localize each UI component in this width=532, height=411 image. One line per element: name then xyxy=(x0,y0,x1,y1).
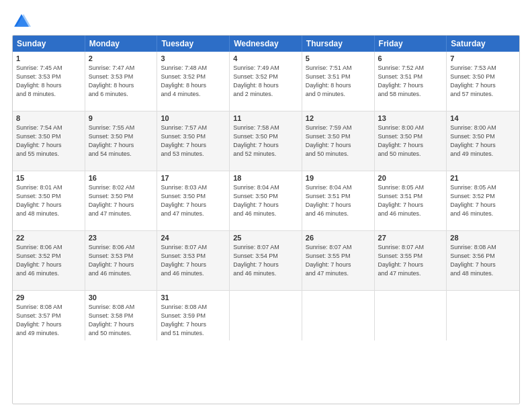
calendar-cell: 5Sunrise: 7:51 AMSunset: 3:51 PMDaylight… xyxy=(302,52,375,111)
day-info: Sunrise: 8:00 AMSunset: 3:50 PMDaylight:… xyxy=(450,124,516,158)
calendar-cell: 22Sunrise: 8:06 AMSunset: 3:52 PMDayligh… xyxy=(13,231,85,290)
day-info: Sunrise: 7:58 AMSunset: 3:50 PMDaylight:… xyxy=(233,124,298,158)
day-number: 9 xyxy=(89,114,154,122)
day-info: Sunrise: 7:52 AMSunset: 3:51 PMDaylight:… xyxy=(378,64,443,99)
day-number: 21 xyxy=(450,174,516,182)
calendar-cell: 2Sunrise: 7:47 AMSunset: 3:53 PMDaylight… xyxy=(85,52,158,111)
day-number: 24 xyxy=(161,234,226,242)
calendar-cell: 25Sunrise: 8:07 AMSunset: 3:54 PMDayligh… xyxy=(230,231,302,290)
day-number: 1 xyxy=(16,54,81,62)
day-info: Sunrise: 8:08 AMSunset: 3:59 PMDaylight:… xyxy=(161,303,226,338)
calendar-week-5: 29Sunrise: 8:08 AMSunset: 3:57 PMDayligh… xyxy=(13,291,519,340)
calendar-cell: 12Sunrise: 7:59 AMSunset: 3:50 PMDayligh… xyxy=(302,111,375,171)
day-info: Sunrise: 8:04 AMSunset: 3:51 PMDaylight:… xyxy=(306,183,371,218)
day-number: 27 xyxy=(378,234,443,242)
day-info: Sunrise: 8:08 AMSunset: 3:57 PMDaylight:… xyxy=(16,303,81,338)
day-number: 15 xyxy=(16,174,81,182)
calendar-cell: 9Sunrise: 7:55 AMSunset: 3:50 PMDaylight… xyxy=(85,111,158,171)
day-number: 16 xyxy=(89,174,154,182)
calendar-cell: 19Sunrise: 8:04 AMSunset: 3:51 PMDayligh… xyxy=(302,171,375,230)
calendar-cell: 14Sunrise: 8:00 AMSunset: 3:50 PMDayligh… xyxy=(447,111,519,171)
day-info: Sunrise: 7:54 AMSunset: 3:50 PMDaylight:… xyxy=(16,124,81,158)
header-day-thursday: Thursday xyxy=(302,36,375,52)
header xyxy=(12,12,520,31)
day-info: Sunrise: 8:00 AMSunset: 3:50 PMDaylight:… xyxy=(378,124,443,158)
day-info: Sunrise: 8:03 AMSunset: 3:50 PMDaylight:… xyxy=(161,183,226,218)
calendar-cell: 29Sunrise: 8:08 AMSunset: 3:57 PMDayligh… xyxy=(13,291,85,340)
calendar-cell: 13Sunrise: 8:00 AMSunset: 3:50 PMDayligh… xyxy=(375,111,447,171)
day-number: 29 xyxy=(16,293,81,302)
day-number: 11 xyxy=(233,114,298,122)
day-number: 30 xyxy=(89,293,154,302)
calendar-header: SundayMondayTuesdayWednesdayThursdayFrid… xyxy=(13,36,519,52)
calendar-cell: 15Sunrise: 8:01 AMSunset: 3:50 PMDayligh… xyxy=(13,171,85,230)
calendar-cell: 6Sunrise: 7:52 AMSunset: 3:51 PMDaylight… xyxy=(375,52,447,111)
calendar-week-1: 1Sunrise: 7:45 AMSunset: 3:53 PMDaylight… xyxy=(13,52,519,111)
logo xyxy=(12,12,34,31)
day-info: Sunrise: 8:01 AMSunset: 3:50 PMDaylight:… xyxy=(16,183,81,218)
day-number: 23 xyxy=(89,234,154,242)
header-day-saturday: Saturday xyxy=(447,36,519,52)
calendar-cell: 31Sunrise: 8:08 AMSunset: 3:59 PMDayligh… xyxy=(157,291,230,340)
day-info: Sunrise: 8:04 AMSunset: 3:50 PMDaylight:… xyxy=(233,183,298,218)
calendar-week-3: 15Sunrise: 8:01 AMSunset: 3:50 PMDayligh… xyxy=(13,171,519,231)
calendar-cell: 11Sunrise: 7:58 AMSunset: 3:50 PMDayligh… xyxy=(230,111,302,171)
calendar-cell xyxy=(447,291,519,340)
day-number: 13 xyxy=(378,114,443,122)
calendar-cell: 23Sunrise: 8:06 AMSunset: 3:53 PMDayligh… xyxy=(85,231,158,290)
day-info: Sunrise: 7:48 AMSunset: 3:52 PMDaylight:… xyxy=(161,64,226,99)
day-info: Sunrise: 8:05 AMSunset: 3:52 PMDaylight:… xyxy=(450,183,516,218)
day-number: 7 xyxy=(450,54,516,62)
day-number: 5 xyxy=(306,54,371,62)
calendar-week-4: 22Sunrise: 8:06 AMSunset: 3:52 PMDayligh… xyxy=(13,231,519,291)
calendar-cell: 10Sunrise: 7:57 AMSunset: 3:50 PMDayligh… xyxy=(157,111,230,171)
day-info: Sunrise: 7:45 AMSunset: 3:53 PMDaylight:… xyxy=(16,64,81,99)
day-info: Sunrise: 8:07 AMSunset: 3:55 PMDaylight:… xyxy=(306,243,371,278)
calendar-cell xyxy=(375,291,447,340)
header-day-monday: Monday xyxy=(85,36,158,52)
day-number: 10 xyxy=(161,114,226,122)
calendar-week-2: 8Sunrise: 7:54 AMSunset: 3:50 PMDaylight… xyxy=(13,111,519,171)
day-info: Sunrise: 8:06 AMSunset: 3:53 PMDaylight:… xyxy=(89,243,154,278)
day-info: Sunrise: 8:08 AMSunset: 3:58 PMDaylight:… xyxy=(89,303,154,338)
day-number: 3 xyxy=(161,54,226,62)
calendar-cell: 27Sunrise: 8:07 AMSunset: 3:55 PMDayligh… xyxy=(375,231,447,290)
calendar-cell: 17Sunrise: 8:03 AMSunset: 3:50 PMDayligh… xyxy=(157,171,230,230)
header-day-wednesday: Wednesday xyxy=(230,36,302,52)
day-number: 28 xyxy=(450,234,516,242)
day-number: 8 xyxy=(16,114,81,122)
header-day-tuesday: Tuesday xyxy=(157,36,230,52)
day-info: Sunrise: 7:49 AMSunset: 3:52 PMDaylight:… xyxy=(233,64,298,99)
day-info: Sunrise: 7:51 AMSunset: 3:51 PMDaylight:… xyxy=(306,64,371,99)
day-number: 4 xyxy=(233,54,298,62)
day-number: 26 xyxy=(306,234,371,242)
calendar-cell: 21Sunrise: 8:05 AMSunset: 3:52 PMDayligh… xyxy=(447,171,519,230)
day-number: 20 xyxy=(378,174,443,182)
day-number: 22 xyxy=(16,234,81,242)
calendar-cell: 30Sunrise: 8:08 AMSunset: 3:58 PMDayligh… xyxy=(85,291,158,340)
day-number: 14 xyxy=(450,114,516,122)
header-day-sunday: Sunday xyxy=(13,36,85,52)
calendar-cell: 4Sunrise: 7:49 AMSunset: 3:52 PMDaylight… xyxy=(230,52,302,111)
day-info: Sunrise: 8:07 AMSunset: 3:55 PMDaylight:… xyxy=(378,243,443,278)
day-number: 19 xyxy=(306,174,371,182)
calendar-cell: 8Sunrise: 7:54 AMSunset: 3:50 PMDaylight… xyxy=(13,111,85,171)
day-number: 6 xyxy=(378,54,443,62)
header-day-friday: Friday xyxy=(375,36,447,52)
day-info: Sunrise: 8:06 AMSunset: 3:52 PMDaylight:… xyxy=(16,243,81,278)
day-info: Sunrise: 7:57 AMSunset: 3:50 PMDaylight:… xyxy=(161,124,226,158)
calendar-cell: 18Sunrise: 8:04 AMSunset: 3:50 PMDayligh… xyxy=(230,171,302,230)
day-info: Sunrise: 7:47 AMSunset: 3:53 PMDaylight:… xyxy=(89,64,154,99)
calendar-cell: 1Sunrise: 7:45 AMSunset: 3:53 PMDaylight… xyxy=(13,52,85,111)
day-number: 25 xyxy=(233,234,298,242)
calendar-cell xyxy=(302,291,375,340)
calendar-cell: 20Sunrise: 8:05 AMSunset: 3:51 PMDayligh… xyxy=(375,171,447,230)
day-info: Sunrise: 8:08 AMSunset: 3:56 PMDaylight:… xyxy=(450,243,516,278)
calendar-cell: 24Sunrise: 8:07 AMSunset: 3:53 PMDayligh… xyxy=(157,231,230,290)
day-number: 2 xyxy=(89,54,154,62)
day-number: 12 xyxy=(306,114,371,122)
day-info: Sunrise: 8:07 AMSunset: 3:53 PMDaylight:… xyxy=(161,243,226,278)
day-number: 31 xyxy=(161,293,226,302)
day-info: Sunrise: 7:55 AMSunset: 3:50 PMDaylight:… xyxy=(89,124,154,158)
day-info: Sunrise: 7:53 AMSunset: 3:50 PMDaylight:… xyxy=(450,64,516,99)
